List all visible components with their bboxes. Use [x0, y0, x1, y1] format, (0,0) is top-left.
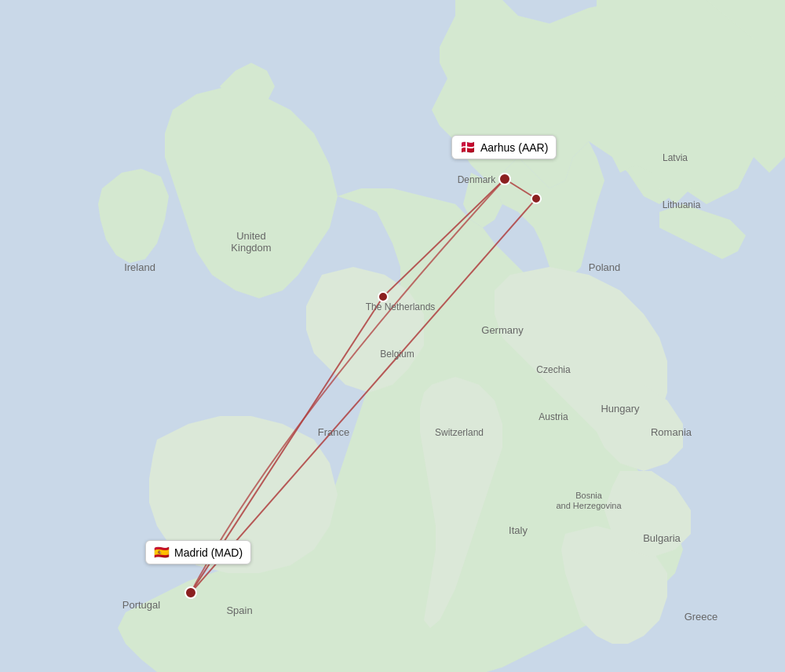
svg-text:Bulgaria: Bulgaria: [643, 532, 681, 544]
svg-text:United: United: [236, 230, 266, 242]
label-greece: Greece: [685, 611, 718, 623]
svg-text:Germany: Germany: [481, 324, 524, 336]
svg-point-5: [378, 292, 388, 301]
svg-point-8: [185, 587, 196, 598]
svg-text:Hungary: Hungary: [601, 403, 640, 415]
svg-text:Switzerland: Switzerland: [435, 427, 484, 438]
svg-text:The Netherlands: The Netherlands: [366, 301, 436, 312]
svg-text:Poland: Poland: [589, 261, 620, 273]
svg-text:Denmark: Denmark: [458, 174, 497, 185]
svg-text:Czechia: Czechia: [536, 364, 571, 375]
svg-text:Kingdom: Kingdom: [231, 242, 271, 254]
map-container: Ireland United Kingdom Denmark The Nethe…: [0, 0, 785, 672]
svg-text:Spain: Spain: [226, 604, 252, 616]
svg-text:Portugal: Portugal: [122, 599, 161, 611]
svg-text:Italy: Italy: [509, 524, 528, 536]
svg-point-7: [499, 173, 510, 184]
svg-text:and Herzegovina: and Herzegovina: [556, 501, 622, 510]
svg-point-6: [531, 194, 541, 203]
svg-text:France: France: [318, 426, 349, 438]
map-svg: Ireland United Kingdom Denmark The Nethe…: [0, 0, 785, 672]
svg-text:Bosnia: Bosnia: [575, 491, 603, 500]
svg-text:Belgium: Belgium: [380, 349, 414, 360]
label-ireland: Ireland: [124, 261, 155, 273]
svg-text:Austria: Austria: [539, 411, 568, 422]
svg-text:Latvia: Latvia: [663, 152, 688, 163]
svg-text:Lithuania: Lithuania: [663, 199, 701, 210]
svg-text:Romania: Romania: [651, 426, 692, 438]
